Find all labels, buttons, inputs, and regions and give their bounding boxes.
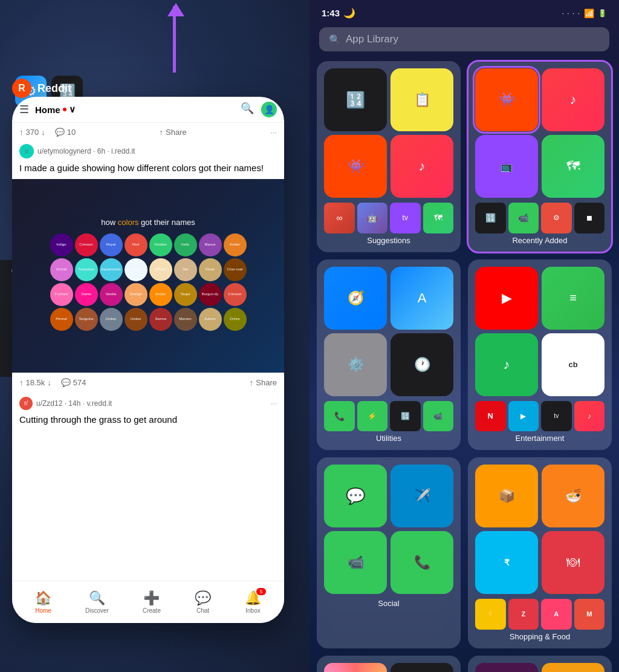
nav-discover[interactable]: 🔍 Discover (85, 590, 109, 614)
inbox-badge-container: 🔔 5 (245, 590, 261, 606)
color-aqua: Aquamarine (100, 258, 123, 281)
app-music-recent[interactable]: ♪ (542, 68, 604, 131)
upvote-icon: ↑ (19, 128, 24, 137)
app-workflow-small[interactable]: ∞ (324, 203, 355, 233)
app-zomato[interactable]: 🍽 (542, 531, 604, 594)
app-toolbox-small[interactable]: ⚙ (541, 203, 572, 233)
recently-added-label: Recently Added (475, 236, 604, 245)
post2-votes[interactable]: ↑ 18.5k ↓ (19, 378, 51, 387)
app-phone-small[interactable]: 📞 (324, 401, 355, 432)
shopping-folder[interactable]: 📦 🍜 ₹ 🍽 ⚡ Z A M Shopping & Food (468, 457, 612, 648)
app-swiggy[interactable]: 🍜 (542, 465, 604, 527)
app-twitch-recent[interactable]: 📺 (475, 135, 538, 198)
app-appletv-small[interactable]: tv (541, 401, 572, 432)
post1-more[interactable]: ··· (270, 128, 277, 137)
hamburger-icon[interactable]: ☰ (19, 103, 29, 116)
app-slack[interactable]: # (475, 663, 538, 673)
app-safari[interactable]: 🧭 (324, 267, 387, 330)
suggestions-small-apps: ∞ 🤖 tv 🗺 (324, 203, 453, 233)
app-youtube[interactable]: ▶ (475, 267, 538, 330)
color-crimson: Crimson (75, 233, 98, 256)
post2-share-btn[interactable]: ↑ Share (250, 378, 277, 387)
bottom-nav: 🏠 Home 🔍 Discover ➕ Create 💬 Chat 🔔 5 (12, 581, 284, 623)
color-tan: Tan (174, 258, 197, 281)
photos-folder-partial[interactable]: 🌸 📷 ✂ 🌿 M R (317, 656, 461, 673)
nav-inbox[interactable]: 🔔 5 Inbox (245, 590, 261, 614)
post1-votes[interactable]: ↑ 370 ↓ (19, 128, 45, 137)
app-camera[interactable]: 📷 (391, 663, 453, 673)
suggestions-folder[interactable]: 🔢 📋 👾 ♪ ∞ 🤖 tv 🗺 Suggestions (317, 61, 461, 252)
app-calc-recent-small[interactable]: 🔢 (475, 203, 506, 233)
color-umber: Umber (100, 308, 123, 331)
app-extra3-small[interactable]: 📹 (423, 401, 454, 432)
post1-title[interactable]: I made a guide showing how different col… (19, 162, 277, 174)
app-robot-small[interactable]: 🤖 (357, 203, 388, 233)
status-left: 1:43 🌙 (322, 7, 355, 19)
home-dropdown[interactable]: Home ∨ (35, 104, 76, 115)
color-hotpink: Fuchsia (50, 283, 73, 306)
color-grid: Indigo Crimson Royal Red Vividian Kelly … (47, 230, 250, 334)
post2-area: r/ u/Zzd12 · 14h · v.redd.it ··· Cutting… (12, 392, 284, 431)
productivity-folder-partial[interactable]: # 🐻 ⚡ ~ 1 R (468, 656, 612, 673)
color-med: Vanilla (100, 283, 123, 306)
app-maps-recent[interactable]: 🗺 (542, 135, 604, 198)
post1-comments[interactable]: 💬 10 (55, 128, 76, 137)
nav-chat[interactable]: 💬 Chat (195, 590, 211, 614)
app-facetime-small[interactable]: 📹 (508, 203, 539, 233)
color-maroon: Maroon (174, 308, 197, 331)
app-myntra2-small[interactable]: A (541, 599, 572, 630)
post2-title[interactable]: Cutting through the grass to get around (19, 414, 277, 426)
post1-share-btn[interactable]: ↑ Share (160, 128, 187, 137)
app-amazon[interactable]: 📦 (475, 465, 538, 527)
app-paytm[interactable]: ₹ (475, 531, 538, 594)
color-mauve: Mauve (199, 233, 222, 256)
app-reddit-suggestions[interactable]: 👾 (324, 135, 387, 198)
avatar-icon[interactable]: 👤 (261, 102, 277, 117)
recently-added-folder[interactable]: 👾 ♪ 📺 🗺 🔢 📹 ⚙ ◼ Recently Added (468, 61, 612, 252)
color-red: Red (125, 233, 147, 256)
inbox-nav-label: Inbox (245, 607, 260, 614)
app-facetime2[interactable]: 📹 (324, 531, 387, 594)
app-reddit-recent[interactable]: 👾 (475, 68, 538, 131)
app-bear[interactable]: 🐻 (542, 663, 604, 673)
app-twitch-small[interactable]: tv (390, 203, 421, 233)
nav-home[interactable]: 🏠 Home (35, 590, 51, 614)
search-icon[interactable]: 🔍 (241, 102, 254, 117)
nav-create[interactable]: ➕ Create (143, 590, 161, 614)
app-clock[interactable]: 🕐 (391, 333, 453, 396)
app-prime-small[interactable]: ▶ (508, 401, 539, 432)
app-library-search[interactable]: 🔍 App Library (319, 27, 609, 51)
app-extra-ent-small[interactable]: ♪ (574, 401, 605, 432)
app-phone2[interactable]: 📞 (391, 531, 453, 594)
post2-more[interactable]: ··· (271, 399, 277, 408)
app-music-suggestions[interactable]: ♪ (391, 135, 453, 198)
wifi-icon: 📶 (584, 8, 594, 18)
app-extra2-small[interactable]: 🔢 (390, 401, 421, 432)
app-calculator-suggestions[interactable]: 🔢 (324, 68, 387, 131)
app-photos[interactable]: 🌸 (324, 663, 387, 673)
app-maps-small[interactable]: 🗺 (423, 203, 454, 233)
app-extra-small[interactable]: ◼ (574, 203, 605, 233)
app-zomato-small[interactable]: Z (508, 599, 539, 630)
app-netflix-small[interactable]: N (475, 401, 506, 432)
app-extra-shop-small[interactable]: M (574, 599, 605, 630)
entertainment-folder[interactable]: ▶ ≡ ♪ cb N ▶ tv ♪ Entertainment (468, 259, 612, 451)
app-spotify[interactable]: ♪ (475, 333, 538, 396)
post2-stats: ↑ 18.5k ↓ 💬 574 ↑ Share (12, 373, 284, 392)
app-playlist[interactable]: ≡ (542, 267, 604, 330)
app-notes-suggestions[interactable]: 📋 (391, 68, 453, 131)
color-auburn: Auburn (199, 308, 222, 331)
app-telegram[interactable]: ✈️ (391, 465, 453, 527)
app-blinkit-small[interactable]: ⚡ (475, 599, 506, 630)
app-extra1-small[interactable]: ⚡ (357, 401, 388, 432)
app-settings[interactable]: ⚙️ (324, 333, 387, 396)
app-messages[interactable]: 💬 (324, 465, 387, 527)
suggestions-label: Suggestions (324, 236, 453, 245)
status-bar: 1:43 🌙 · · · · 📶 🔋 (310, 0, 619, 22)
app-appstore[interactable]: A (391, 267, 453, 330)
app-cb[interactable]: cb (542, 333, 604, 396)
post2-comments[interactable]: 💬 574 (61, 378, 86, 387)
social-folder[interactable]: 💬 ✈️ 📹 📞 Social (317, 457, 461, 648)
post1-title-area: r/ u/etymologynerd · 6h · i.redd.it I ma… (12, 142, 284, 179)
utilities-folder[interactable]: 🧭 A ⚙️ 🕐 📞 ⚡ 🔢 📹 Utilities (317, 259, 461, 451)
